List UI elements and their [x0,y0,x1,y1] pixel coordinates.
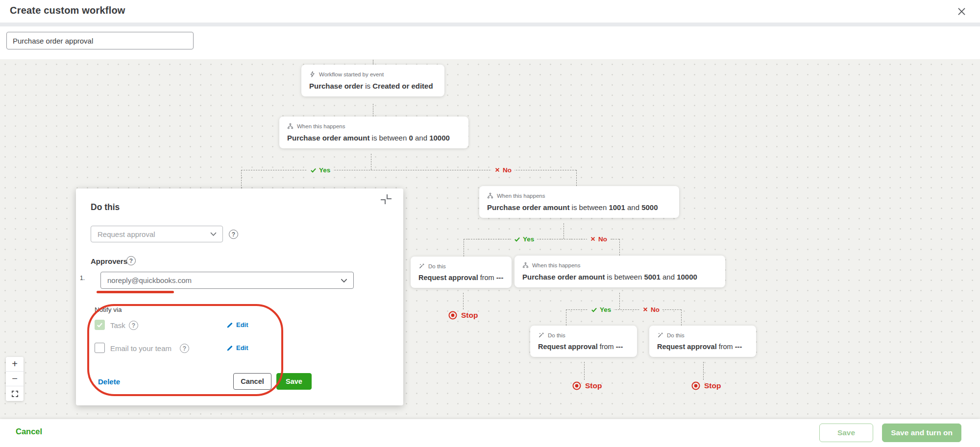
node-text: Request approval from --- [657,343,748,351]
panel-cancel-button[interactable]: Cancel [233,373,271,390]
node-text: Purchase order amount is between 0 and 1… [287,134,461,142]
magic-wand-icon [538,332,544,338]
connector [241,170,242,188]
email-team-label: Email to your team [110,344,172,353]
connector [681,309,682,326]
connector [703,362,704,380]
connector [619,239,620,256]
zoom-out-button[interactable]: − [6,372,24,386]
node-text: Purchase order amount is between 1001 an… [487,203,671,212]
check-icon [310,167,317,173]
modal-header: Create custom workflow [0,0,980,23]
approver-index: 1. [80,275,85,282]
branch-icon [487,192,493,199]
stop-marker: Stop [572,381,602,391]
connector [564,223,564,239]
connector [373,104,373,117]
branch-yes-label: Yes [588,305,614,314]
connector-branch-3 [566,309,681,310]
zoom-fit-button[interactable] [6,386,24,401]
branch-no-label: No [639,305,662,314]
footer-save-button[interactable]: Save [819,423,873,442]
task-checkbox[interactable] [95,320,105,330]
pencil-icon [226,322,233,329]
email-team-checkbox[interactable] [95,343,105,353]
task-label: Task [110,321,125,329]
node-action-a[interactable]: Do this Request approval from --- [411,257,512,288]
x-icon [494,167,500,173]
stop-icon [691,381,701,391]
help-icon[interactable]: ? [129,321,138,330]
node-condition-high[interactable]: When this happens Purchase order amount … [514,256,725,287]
action-select[interactable]: Request approval [91,226,223,242]
check-icon [514,236,520,242]
node-label: When this happens [497,193,545,199]
connector [619,293,620,309]
node-label: When this happens [297,123,345,129]
panel-save-button[interactable]: Save [276,373,312,390]
node-text: Request approval from --- [538,343,629,351]
node-condition-mid[interactable]: When this happens Purchase order amount … [479,186,679,218]
node-label: Do this [428,263,446,269]
branch-icon [287,123,294,129]
pencil-icon [226,345,233,352]
node-label: When this happens [532,262,580,268]
node-text: Request approval from --- [418,274,504,282]
node-label: Workflow started by event [319,71,384,77]
branch-no-label: No [491,165,514,175]
magic-wand-icon [657,332,663,338]
close-button[interactable] [955,4,968,18]
help-icon[interactable]: ? [229,230,238,239]
connector [371,154,371,170]
help-icon[interactable]: ? [180,344,189,353]
help-icon[interactable]: ? [126,256,136,265]
branch-yes-label: Yes [511,234,537,244]
x-icon [590,236,596,242]
footer-save-turn-on-button[interactable]: Save and turn on [882,423,961,442]
create-custom-workflow-modal: Workflow started by event Purchase order… [0,0,980,447]
check-icon [97,322,103,328]
stop-marker: Stop [691,381,721,391]
branch-yes-label: Yes [307,165,333,175]
node-workflow-start[interactable]: Workflow started by event Purchase order… [301,65,444,96]
page-title: Create custom workflow [10,5,125,16]
close-icon [957,7,966,16]
branch-no-label: No [587,234,610,244]
approver-select[interactable]: noreply@quickbooks.com [100,272,354,289]
branch-icon [522,262,529,268]
connector [584,362,585,380]
node-condition-root[interactable]: When this happens Purchase order amount … [279,117,468,148]
stop-icon [572,381,582,391]
chevron-down-icon [341,278,347,282]
check-icon [591,306,597,313]
collapse-panel-icon[interactable] [380,193,392,206]
connector-branch-1 [241,170,576,170]
stop-icon [448,310,458,320]
magic-wand-icon [418,263,425,269]
x-icon [642,306,648,312]
connector [373,60,373,65]
lightning-icon [309,71,316,77]
edit-task-link[interactable]: Edit [226,321,248,329]
node-label: Do this [667,332,685,338]
panel-title: Do this [91,202,120,212]
red-underline-annotation [97,291,174,293]
zoom-in-button[interactable]: + [6,357,24,372]
workflow-name-input[interactable] [6,32,194,49]
header-divider [0,23,980,26]
connector [463,293,464,309]
do-this-panel: Do this Request approval ? Approvers ? 1… [76,188,403,405]
node-action-b[interactable]: Do this Request approval from --- [530,326,637,357]
delete-link[interactable]: Delete [98,377,120,386]
connector [464,239,464,257]
node-text: Purchase order is Created or edited [309,82,437,90]
edit-email-link[interactable]: Edit [226,344,248,352]
node-text: Purchase order amount is between 5001 an… [522,273,717,281]
fit-screen-icon [11,390,19,398]
node-action-c[interactable]: Do this Request approval from --- [649,326,756,357]
stop-marker: Stop [448,310,478,320]
node-label: Do this [548,332,565,338]
chevron-down-icon [210,232,217,236]
footer-cancel-link[interactable]: Cancel [16,427,42,436]
canvas-zoom-control: + − [6,357,24,401]
